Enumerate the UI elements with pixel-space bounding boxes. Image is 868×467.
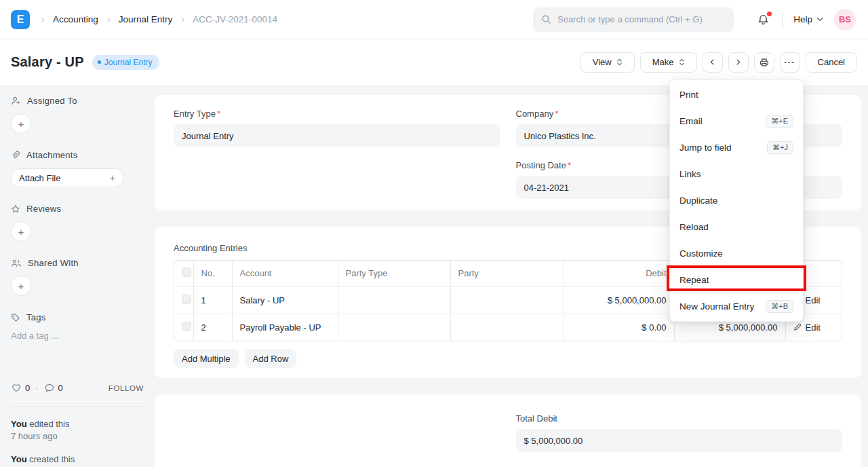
user-avatar[interactable]: BS — [834, 9, 856, 31]
activity-action: edited this — [27, 419, 70, 429]
help-label: Help — [793, 14, 812, 24]
chevron-right-icon — [105, 16, 112, 24]
search-icon — [541, 14, 551, 24]
cancel-button[interactable]: Cancel — [806, 52, 857, 73]
col-header-party: Party — [450, 261, 563, 286]
shortcut-badge: ⌘+J — [767, 141, 793, 154]
ellipsis-dropdown-menu: Print Email⌘+E Jump to field⌘+J Links Du… — [669, 79, 804, 322]
tags-section: Tags — [11, 312, 144, 322]
add-row-button[interactable]: Add Row — [245, 349, 297, 368]
printer-icon — [759, 57, 770, 68]
add-review-button[interactable]: + — [11, 221, 31, 242]
menu-item-print[interactable]: Print — [670, 81, 803, 108]
menu-item-email[interactable]: Email⌘+E — [670, 108, 803, 134]
activity-actor: You — [11, 419, 27, 429]
menu-item-customize[interactable]: Customize — [670, 240, 803, 267]
help-menu[interactable]: Help — [793, 14, 823, 24]
select-chevrons-icon — [679, 58, 685, 67]
account-cell[interactable]: Payroll Payable - UP — [232, 314, 338, 341]
add-multiple-button[interactable]: Add Multiple — [174, 349, 239, 368]
view-button[interactable]: View — [580, 52, 635, 73]
menu-item-repeat[interactable]: Repeat — [670, 267, 803, 293]
cancel-label: Cancel — [818, 57, 845, 67]
star-icon — [11, 204, 20, 214]
notifications-bell-icon[interactable] — [757, 13, 770, 26]
activity-created: You created this 7 hours ago — [11, 453, 144, 467]
follow-button[interactable]: FOLLOW — [108, 384, 144, 392]
activity-edited: You edited this 7 hours ago — [11, 418, 144, 443]
reviews-label: Reviews — [26, 204, 61, 214]
total-debit-label: Total Debit — [516, 413, 843, 424]
add-assignment-button[interactable]: + — [11, 113, 31, 134]
row-checkbox[interactable] — [182, 295, 191, 304]
shared-with-label: Shared With — [28, 258, 79, 268]
menu-ellipsis-button[interactable]: ··· — [780, 52, 800, 73]
shared-with-section: Shared With — [11, 258, 144, 268]
dot-separator: · — [35, 383, 38, 393]
page-head: Salary - UP Journal Entry View Make ··· … — [0, 39, 868, 85]
next-doc-button[interactable] — [728, 52, 749, 73]
menu-item-label: New Journal Entry — [679, 301, 754, 312]
notification-dot — [767, 12, 772, 16]
shortcut-badge: ⌘+B — [766, 300, 793, 313]
ellipsis-icon: ··· — [785, 57, 795, 67]
breadcrumb-current-doc: ACC-JV-2021-00014 — [193, 14, 277, 24]
breadcrumb-journal-entry[interactable]: Journal Entry — [119, 14, 173, 24]
edit-label: Edit — [806, 322, 821, 333]
print-button[interactable] — [754, 52, 774, 73]
attach-file-label: Attach File — [19, 173, 60, 183]
menu-item-duplicate[interactable]: Duplicate — [670, 187, 803, 214]
total-debit-field: Total Debit $ 5,000,000.00 — [516, 413, 843, 452]
divider — [11, 406, 144, 407]
total-debit-input[interactable]: $ 5,000,000.00 — [516, 429, 843, 452]
debit-cell[interactable]: $ 5,000,000.00 — [563, 286, 674, 314]
assigned-to-label: Assigned To — [27, 96, 77, 106]
required-asterisk: * — [217, 109, 220, 119]
select-all-checkbox[interactable] — [182, 267, 191, 277]
menu-item-label: Customize — [679, 248, 723, 259]
debit-cell[interactable]: $ 0.00 — [563, 314, 674, 341]
menu-item-links[interactable]: Links — [670, 161, 803, 187]
search-placeholder: Search or type a command (Ctrl + G) — [557, 14, 703, 24]
attachments-section: Attachments — [11, 150, 144, 160]
make-label: Make — [652, 57, 674, 67]
add-tag-input[interactable]: Add a tag ... — [11, 331, 144, 341]
row-checkbox[interactable] — [182, 322, 191, 331]
entry-type-label: Entry Type* — [174, 109, 500, 119]
app-logo-icon[interactable]: E — [11, 10, 30, 29]
breadcrumb-accounting[interactable]: Accounting — [53, 14, 98, 24]
edit-row-button[interactable]: Edit — [793, 322, 835, 333]
doc-status-badge: Journal Entry — [92, 55, 159, 70]
previous-doc-button[interactable] — [703, 52, 723, 73]
navbar: E Accounting Journal Entry ACC-JV-2021-0… — [0, 0, 868, 39]
attach-file-button[interactable]: Attach File + — [11, 168, 123, 187]
menu-item-jump-to-field[interactable]: Jump to field⌘+J — [670, 134, 803, 161]
activity-actor: You — [11, 454, 27, 464]
party-cell[interactable] — [450, 286, 563, 314]
chevron-left-icon — [709, 58, 716, 67]
chevron-down-icon — [816, 17, 823, 22]
col-header-account: Account — [232, 261, 338, 286]
party-type-cell[interactable] — [338, 286, 450, 314]
menu-item-label: Repeat — [679, 275, 709, 285]
menu-item-label: Reload — [679, 222, 709, 232]
entry-type-input[interactable]: Journal Entry — [174, 124, 500, 147]
required-asterisk: * — [568, 160, 571, 170]
party-cell[interactable] — [450, 314, 563, 341]
activity-action: created this — [27, 454, 75, 464]
menu-item-new-journal-entry[interactable]: New Journal Entry⌘+B — [670, 293, 803, 320]
make-button[interactable]: Make — [640, 52, 697, 73]
tag-icon — [11, 313, 20, 322]
search-input[interactable]: Search or type a command (Ctrl + G) — [533, 7, 734, 32]
totals-section-card: Total Debit $ 5,000,000.00 Total Credit — [155, 394, 861, 467]
heart-icon[interactable] — [11, 383, 22, 393]
share-button[interactable]: + — [11, 276, 31, 296]
menu-item-label: Jump to field — [679, 143, 732, 153]
comment-icon[interactable] — [44, 383, 55, 393]
party-type-cell[interactable] — [338, 314, 450, 341]
account-cell[interactable]: Salary - UP — [232, 286, 338, 314]
shortcut-badge: ⌘+E — [766, 115, 793, 128]
menu-item-reload[interactable]: Reload — [670, 214, 803, 240]
col-header-debit: Debit — [563, 261, 674, 286]
menu-item-label: Duplicate — [679, 195, 717, 206]
